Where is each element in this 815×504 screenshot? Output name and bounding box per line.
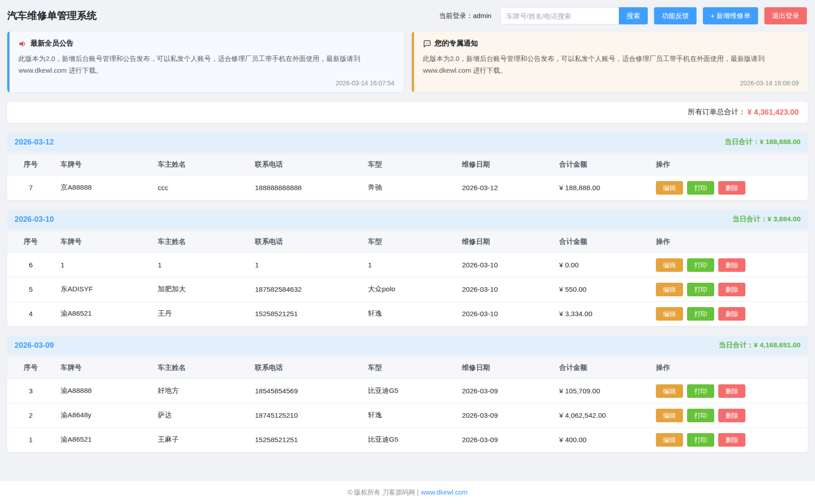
page: 汽车维修单管理系统 当前登录：admin 搜索 功能反馈 + 新增维修单 退出登… bbox=[0, 0, 815, 504]
orders-table: 序号车牌号车主姓名联系电话车型维修日期合计金额操作 3 渝A88888 好地方 … bbox=[7, 357, 808, 452]
cell-actions: 编辑 打印 删除 bbox=[650, 253, 808, 277]
column-header: 车主姓名 bbox=[151, 357, 249, 379]
personal-notice-body: 此版本为2.0，新增后台账号管理和公告发布，可以私发个人账号，适合修理厂员工带手… bbox=[423, 53, 799, 77]
cell-date: 2026-03-12 bbox=[456, 176, 553, 200]
cell-owner: 加肥加大 bbox=[151, 277, 249, 302]
cell-plate: 渝A86521 bbox=[54, 428, 151, 452]
delete-button[interactable]: 删除 bbox=[718, 258, 745, 272]
cell-owner: 王麻子 bbox=[151, 428, 249, 452]
delete-button[interactable]: 删除 bbox=[718, 283, 745, 296]
edit-button[interactable]: 编辑 bbox=[656, 384, 683, 398]
cell-amount: ¥ 105,709.00 bbox=[553, 379, 650, 403]
header-controls: 当前登录：admin 搜索 功能反馈 + 新增维修单 退出登录 bbox=[439, 7, 807, 24]
cell-plate: 东ADISYF bbox=[54, 277, 151, 302]
cell-date: 2026-03-10 bbox=[456, 253, 553, 277]
cell-owner: ccc bbox=[151, 176, 249, 200]
cell-plate: 渝A8648y bbox=[54, 403, 151, 428]
cell-amount: ¥ 550.00 bbox=[553, 277, 650, 302]
column-header: 车型 bbox=[362, 357, 456, 379]
app-header: 汽车维修单管理系统 当前登录：admin 搜索 功能反馈 + 新增维修单 退出登… bbox=[0, 0, 815, 31]
column-header: 车型 bbox=[362, 231, 456, 253]
group-daily-total: 当日合计：¥ 3,884.00 bbox=[732, 215, 801, 224]
cell-model: 奔驰 bbox=[362, 176, 456, 200]
cell-date: 2026-03-10 bbox=[456, 302, 553, 326]
table-row: 5 东ADISYF 加肥加大 187582584632 大众polo 2026-… bbox=[7, 277, 808, 302]
cell-seq: 5 bbox=[7, 277, 54, 302]
print-button[interactable]: 打印 bbox=[687, 409, 714, 422]
announcement-timestamp: 2026-03-14 16:07:54 bbox=[19, 77, 395, 87]
print-button[interactable]: 打印 bbox=[687, 307, 714, 321]
add-repair-order-button[interactable]: + 新增维修单 bbox=[703, 7, 758, 24]
orders-total-amount: ¥ 4,361,423.00 bbox=[748, 108, 799, 117]
footer-link[interactable]: www.dkewl.com bbox=[421, 489, 467, 496]
print-button[interactable]: 打印 bbox=[687, 283, 714, 296]
table-row: 6 1 1 1 1 2026-03-10 ¥ 0.00 编辑 打印 删除 bbox=[7, 253, 808, 277]
cell-amount: ¥ 4,062,542.00 bbox=[553, 403, 650, 428]
edit-button[interactable]: 编辑 bbox=[656, 283, 683, 296]
delete-button[interactable]: 删除 bbox=[718, 433, 745, 447]
cell-actions: 编辑 打印 删除 bbox=[650, 277, 808, 302]
column-header: 序号 bbox=[7, 231, 54, 253]
edit-button[interactable]: 编辑 bbox=[656, 409, 683, 422]
group-date: 2026-03-10 bbox=[14, 215, 54, 224]
table-header-row: 序号车牌号车主姓名联系电话车型维修日期合计金额操作 bbox=[7, 154, 808, 176]
megaphone-icon bbox=[19, 40, 27, 48]
print-button[interactable]: 打印 bbox=[687, 384, 714, 398]
feedback-button[interactable]: 功能反馈 bbox=[654, 7, 697, 24]
cell-seq: 3 bbox=[7, 379, 54, 403]
print-button[interactable]: 打印 bbox=[687, 181, 714, 195]
cell-actions: 编辑 打印 删除 bbox=[650, 302, 808, 326]
group-date: 2026-03-09 bbox=[14, 341, 54, 350]
page-title: 汽车维修单管理系统 bbox=[7, 9, 97, 23]
personal-notice-timestamp: 2026-03-14 16:08:09 bbox=[423, 77, 799, 87]
print-button[interactable]: 打印 bbox=[687, 433, 714, 447]
cell-actions: 编辑 打印 删除 bbox=[650, 176, 808, 200]
column-header: 序号 bbox=[7, 154, 54, 176]
column-header: 车牌号 bbox=[54, 231, 151, 253]
orders-table-card: 序号车牌号车主姓名联系电话车型维修日期合计金额操作 6 1 1 1 1 2026… bbox=[7, 231, 808, 326]
column-header: 合计金额 bbox=[553, 231, 650, 253]
cell-seq: 7 bbox=[7, 176, 54, 200]
delete-button[interactable]: 删除 bbox=[718, 384, 745, 398]
cell-owner: 1 bbox=[151, 253, 249, 277]
order-group: 2026-03-10 当日合计：¥ 3,884.00 序号车牌号车主姓名联系电话… bbox=[7, 210, 808, 326]
group-daily-total: 当日合计：¥ 4,168,651.00 bbox=[719, 341, 801, 350]
logout-button[interactable]: 退出登录 bbox=[764, 7, 807, 24]
cell-owner: 王丹 bbox=[151, 302, 249, 326]
delete-button[interactable]: 删除 bbox=[718, 181, 745, 195]
column-header: 合计金额 bbox=[553, 357, 650, 379]
cell-phone: 18545854569 bbox=[249, 379, 362, 403]
search-input[interactable] bbox=[500, 7, 619, 24]
cell-date: 2026-03-09 bbox=[456, 403, 553, 428]
current-user-label: 当前登录：admin bbox=[439, 12, 491, 20]
cell-amount: ¥ 3,334.00 bbox=[553, 302, 650, 326]
edit-button[interactable]: 编辑 bbox=[656, 433, 683, 447]
order-group: 2026-03-12 当日合计：¥ 188,888.00 序号车牌号车主姓名联系… bbox=[7, 133, 808, 200]
group-header-bar: 2026-03-10 当日合计：¥ 3,884.00 bbox=[7, 210, 808, 229]
group-header-bar: 2026-03-12 当日合计：¥ 188,888.00 bbox=[7, 133, 808, 152]
delete-button[interactable]: 删除 bbox=[718, 409, 745, 422]
search-button[interactable]: 搜索 bbox=[619, 7, 648, 24]
announcement-body: 此版本为2.0，新增后台账号管理和公告发布，可以私发个人账号，适合修理厂员工带手… bbox=[19, 53, 395, 77]
speech-bubble-icon bbox=[423, 40, 431, 48]
edit-button[interactable]: 编辑 bbox=[656, 181, 683, 195]
delete-button[interactable]: 删除 bbox=[718, 307, 745, 321]
column-header: 联系电话 bbox=[249, 357, 362, 379]
column-header: 维修日期 bbox=[456, 357, 553, 379]
table-row: 4 渝A86521 王丹 15258521251 轩逸 2026-03-10 ¥… bbox=[7, 302, 808, 326]
cell-plate: 渝A86521 bbox=[54, 302, 151, 326]
cell-owner: 萨达 bbox=[151, 403, 249, 428]
column-header: 维修日期 bbox=[456, 231, 553, 253]
table-header-row: 序号车牌号车主姓名联系电话车型维修日期合计金额操作 bbox=[7, 357, 808, 379]
cell-phone: 15258521251 bbox=[249, 428, 362, 452]
cell-model: 大众polo bbox=[362, 277, 456, 302]
cell-seq: 4 bbox=[7, 302, 54, 326]
edit-button[interactable]: 编辑 bbox=[656, 307, 683, 321]
edit-button[interactable]: 编辑 bbox=[656, 258, 683, 272]
group-date: 2026-03-12 bbox=[14, 138, 54, 147]
print-button[interactable]: 打印 bbox=[687, 258, 714, 272]
cell-actions: 编辑 打印 删除 bbox=[650, 428, 808, 452]
cell-owner: 好地方 bbox=[151, 379, 249, 403]
announcement-title: 最新全员公告 bbox=[30, 39, 74, 48]
cell-date: 2026-03-09 bbox=[456, 428, 553, 452]
